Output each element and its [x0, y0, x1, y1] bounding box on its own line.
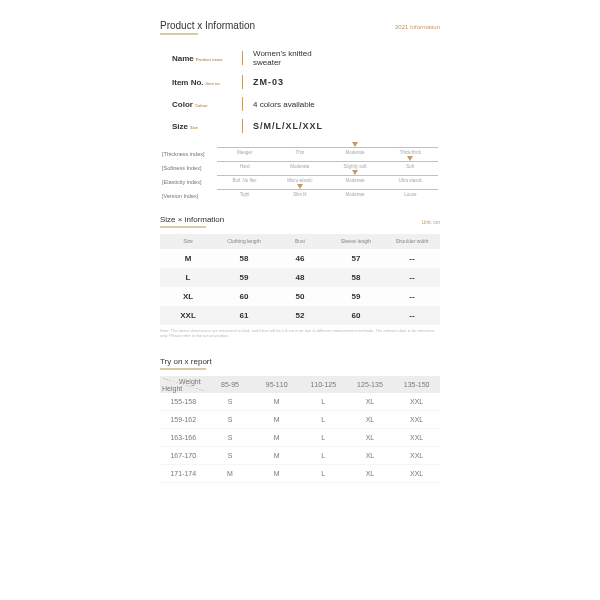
index-option: Ultra elastic [383, 179, 438, 184]
size-cell: 58 [216, 249, 272, 268]
index-line [217, 161, 438, 162]
size-cell: XL [160, 287, 216, 306]
title-underline [160, 226, 206, 228]
size-cell: XXL [160, 306, 216, 325]
attr-value: 4 colors available [253, 100, 315, 109]
section-tryon-title: Try on x report [160, 357, 440, 370]
attr-row-size: SizeSize S/M/L/XL/XXL [172, 119, 436, 133]
title-underline [160, 33, 198, 35]
attr-label: NameProduct name [172, 54, 232, 63]
section-size-title: Size × information Unit: cm [160, 215, 440, 228]
index-option: Soft [383, 165, 438, 170]
divider-icon [242, 119, 243, 133]
size-cell: 57 [328, 249, 384, 268]
tryon-col-header: 125-135 [347, 376, 394, 393]
tryon-col-header: 135-150 [393, 376, 440, 393]
tryon-col-header: 110-125 [300, 376, 347, 393]
tryon-cell: 155-158 [160, 393, 207, 411]
index-option: Slightly soft [328, 165, 383, 170]
size-col-header: Size [160, 234, 216, 249]
size-title-text: Size × information [160, 215, 224, 224]
index-option: Thin [272, 151, 327, 156]
size-cell: -- [384, 268, 440, 287]
tryon-cell: M [253, 393, 300, 411]
index-option: Meager [217, 151, 272, 156]
table-row: XL605059-- [160, 287, 440, 306]
section-product-info-title: Product x Information 2021 Information [160, 20, 440, 35]
divider-icon [242, 51, 243, 65]
attr-row-name: NameProduct name Women's knitted sweater [172, 49, 436, 67]
size-cell: 61 [216, 306, 272, 325]
section-title-text: Product x Information [160, 20, 255, 31]
weight-label: Weight [179, 378, 201, 385]
index-line [217, 175, 438, 176]
size-col-header: Clothing length [216, 234, 272, 249]
size-cell: -- [384, 306, 440, 325]
index-option: Hard [217, 165, 272, 170]
size-cell: 59 [328, 287, 384, 306]
material-indices: [Thickness index]MeagerThinModerateThick… [162, 147, 438, 199]
divider-icon [242, 75, 243, 89]
table-row: 171-174MMLXLXXL [160, 464, 440, 482]
attr-value: S/M/L/XL/XXL [253, 121, 323, 131]
size-cell: M [160, 249, 216, 268]
tryon-cell: XXL [393, 393, 440, 411]
attr-row-color: ColorColour 4 colors available [172, 97, 436, 111]
tryon-cell: 167-170 [160, 446, 207, 464]
table-row: L594858-- [160, 268, 440, 287]
index-label: [Softness Index] [162, 161, 217, 171]
tryon-cell: 171-174 [160, 464, 207, 482]
attr-value: ZM-03 [253, 77, 284, 87]
index-option: Loose [383, 193, 438, 198]
size-cell: L [160, 268, 216, 287]
size-cell: 59 [216, 268, 272, 287]
table-row: XXL615260-- [160, 306, 440, 325]
tryon-cell: L [300, 428, 347, 446]
tryon-cell: 159-162 [160, 410, 207, 428]
tryon-cell: XL [347, 464, 394, 482]
attr-label: Item No.Item no. [172, 78, 232, 87]
tryon-cell: S [207, 446, 254, 464]
tryon-cell: S [207, 428, 254, 446]
size-cell: 48 [272, 268, 328, 287]
size-cell: 46 [272, 249, 328, 268]
title-underline [160, 368, 206, 370]
size-cell: -- [384, 287, 440, 306]
index-row: [Version Index]TightSlim fitModerateLoos… [162, 189, 438, 199]
tryon-cell: S [207, 393, 254, 411]
index-scale: Bull. No flexMicro-elasticModerateUltra … [217, 175, 438, 184]
size-cell: 58 [328, 268, 384, 287]
table-row: 163-166SMLXLXXL [160, 428, 440, 446]
tryon-col-header: 95-110 [253, 376, 300, 393]
index-option: Moderate [272, 165, 327, 170]
index-option: Slim fit [272, 193, 327, 198]
marker-icon [407, 156, 413, 161]
tryon-corner-header: WeightHeight [160, 376, 207, 393]
marker-icon [352, 142, 358, 147]
tryon-cell: M [253, 446, 300, 464]
index-scale: HardModerateSlightly softSoft [217, 161, 438, 170]
size-cell: 52 [272, 306, 328, 325]
tryon-cell: XXL [393, 410, 440, 428]
index-option: Bull. No flex [217, 179, 272, 184]
index-option: Moderate [328, 151, 383, 156]
attr-label: SizeSize [172, 122, 232, 131]
product-attributes: NameProduct name Women's knitted sweater… [172, 49, 436, 133]
tryon-cell: XXL [393, 464, 440, 482]
tryon-cell: M [253, 410, 300, 428]
index-line [217, 189, 438, 190]
index-option: Thick/thick [383, 151, 438, 156]
tryon-cell: XL [347, 393, 394, 411]
tryon-cell: S [207, 410, 254, 428]
table-row: M584657-- [160, 249, 440, 268]
index-label: [Elasticity index] [162, 175, 217, 185]
index-label: [Thickness index] [162, 147, 217, 157]
tryon-cell: M [253, 464, 300, 482]
index-label: [Version Index] [162, 189, 217, 199]
tryon-cell: 163-166 [160, 428, 207, 446]
size-unit: Unit: cm [422, 219, 440, 225]
index-line [217, 147, 438, 148]
index-option: Moderate [328, 179, 383, 184]
tryon-cell: M [253, 428, 300, 446]
table-row: 159-162SMLXLXXL [160, 410, 440, 428]
